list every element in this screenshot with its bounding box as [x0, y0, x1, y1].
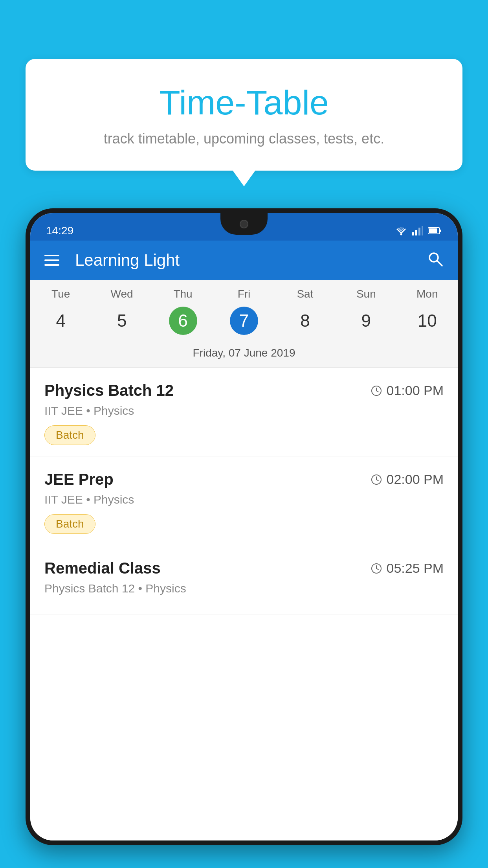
class-name-1: Physics Batch 12: [44, 382, 174, 399]
svg-rect-5: [415, 230, 417, 235]
feature-subtitle: track timetable, upcoming classes, tests…: [41, 131, 447, 147]
class-meta-1: IIT JEE • Physics: [44, 404, 444, 417]
speech-bubble-section: Time-Table track timetable, upcoming cla…: [26, 59, 462, 171]
class-time-1: 01:00 PM: [371, 383, 444, 398]
class-card-3-header: Remedial Class 05:25 PM: [44, 559, 444, 577]
clock-icon-2: [371, 474, 382, 485]
feature-title: Time-Table: [41, 83, 447, 123]
today-circle: 6: [169, 307, 197, 335]
svg-line-18: [376, 480, 378, 481]
phone-screen: 14:29: [30, 213, 458, 840]
time-label-3: 05:25 PM: [386, 561, 444, 576]
class-meta-3: Physics Batch 12 • Physics: [44, 582, 444, 595]
day-4[interactable]: 4: [30, 311, 91, 331]
app-title: Learning Light: [75, 251, 415, 270]
day-7[interactable]: 7: [213, 307, 274, 335]
app-bar: Learning Light: [30, 241, 458, 280]
class-card-3[interactable]: Remedial Class 05:25 PM Physics Batch 12…: [30, 545, 458, 614]
day-header-mon: Mon: [397, 288, 458, 300]
wifi-icon: [395, 226, 407, 235]
batch-badge-2: Batch: [44, 514, 95, 534]
clock-icon-3: [371, 563, 382, 574]
selected-date: Friday, 07 June 2019: [30, 343, 458, 368]
class-card-1-header: Physics Batch 12 01:00 PM: [44, 382, 444, 399]
hamburger-line-2: [44, 259, 59, 261]
phone-mockup: 14:29: [26, 208, 462, 868]
phone-notch: [220, 213, 268, 235]
status-time: 14:29: [46, 224, 73, 237]
svg-line-12: [437, 261, 442, 266]
class-card-2-header: JEE Prep 02:00 PM: [44, 471, 444, 488]
calendar-section: Tue Wed Thu Fri Sat Sun Mon 4 5 6 7: [30, 280, 458, 368]
svg-rect-4: [412, 232, 414, 235]
hamburger-line-1: [44, 255, 59, 256]
battery-icon: [428, 227, 442, 235]
svg-rect-7: [422, 226, 423, 235]
day-header-sat: Sat: [275, 288, 336, 300]
front-camera: [240, 220, 248, 228]
svg-point-3: [400, 234, 402, 235]
class-name-2: JEE Prep: [44, 471, 114, 488]
clock-icon-1: [371, 385, 382, 397]
phone-frame: 14:29: [26, 208, 462, 845]
class-meta-2: IIT JEE • Physics: [44, 493, 444, 506]
class-list: Physics Batch 12 01:00 PM IIT JEE • Phys…: [30, 368, 458, 840]
svg-rect-10: [429, 228, 437, 233]
class-card-1[interactable]: Physics Batch 12 01:00 PM IIT JEE • Phys…: [30, 368, 458, 456]
status-bar: 14:29: [30, 213, 458, 241]
batch-badge-1: Batch: [44, 425, 95, 445]
search-button[interactable]: [426, 250, 444, 271]
svg-line-15: [376, 391, 378, 392]
day-header-tue: Tue: [30, 288, 91, 300]
day-header-fri: Fri: [213, 288, 274, 300]
day-6[interactable]: 6: [152, 307, 213, 335]
class-card-2[interactable]: JEE Prep 02:00 PM IIT JEE • Physics Batc…: [30, 456, 458, 545]
svg-rect-9: [440, 230, 441, 232]
selected-circle: 7: [230, 307, 258, 335]
class-time-2: 02:00 PM: [371, 472, 444, 487]
menu-button[interactable]: [44, 255, 59, 266]
day-10[interactable]: 10: [397, 311, 458, 331]
day-5[interactable]: 5: [91, 311, 152, 331]
class-name-3: Remedial Class: [44, 559, 161, 577]
day-numbers: 4 5 6 7 8 9 10: [30, 303, 458, 343]
day-headers: Tue Wed Thu Fri Sat Sun Mon: [30, 280, 458, 303]
status-icons: [395, 226, 442, 235]
day-header-sun: Sun: [336, 288, 396, 300]
speech-bubble: Time-Table track timetable, upcoming cla…: [26, 59, 462, 171]
time-label-1: 01:00 PM: [386, 383, 444, 398]
day-header-wed: Wed: [91, 288, 152, 300]
hamburger-line-3: [44, 264, 59, 266]
signal-icon: [412, 226, 423, 235]
day-8[interactable]: 8: [275, 311, 336, 331]
day-header-thu: Thu: [152, 288, 213, 300]
class-time-3: 05:25 PM: [371, 561, 444, 576]
svg-marker-2: [400, 227, 403, 229]
day-9[interactable]: 9: [336, 311, 396, 331]
time-label-2: 02:00 PM: [386, 472, 444, 487]
svg-rect-6: [418, 228, 420, 235]
svg-line-21: [376, 568, 378, 570]
